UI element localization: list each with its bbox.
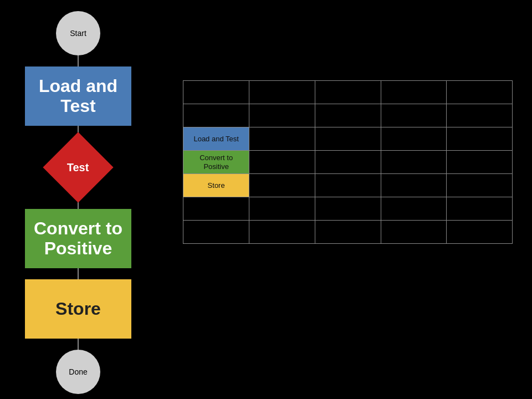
convert-label: Convert to Positive bbox=[25, 219, 131, 258]
load-and-test-node[interactable]: Load and Test bbox=[25, 66, 131, 126]
table-row bbox=[183, 197, 513, 221]
store-node[interactable]: Store bbox=[25, 279, 131, 339]
flowchart: Start Load and Test Test Convert to Posi… bbox=[25, 11, 131, 394]
process-table: Load and Test Convert to Positive Store bbox=[183, 80, 513, 244]
store-label: Store bbox=[55, 299, 101, 319]
header-col-4 bbox=[447, 81, 513, 104]
row6-label bbox=[183, 197, 249, 221]
main-table: Load and Test Convert to Positive Store bbox=[183, 80, 513, 244]
done-node: Done bbox=[56, 350, 100, 394]
load-and-test-label: Load and Test bbox=[25, 76, 131, 115]
store-row-label: Store bbox=[183, 174, 249, 197]
connector-1 bbox=[78, 55, 79, 66]
table-row bbox=[183, 104, 513, 127]
table-row bbox=[183, 221, 513, 244]
test-diamond[interactable]: Test bbox=[43, 132, 113, 202]
table-row-load: Load and Test bbox=[183, 127, 513, 151]
row7-label bbox=[183, 221, 249, 244]
header-col-3 bbox=[381, 81, 447, 104]
connector-5 bbox=[78, 339, 79, 350]
header-col-2 bbox=[315, 81, 381, 104]
table-header-row bbox=[183, 81, 513, 104]
test-label: Test bbox=[67, 161, 89, 173]
start-node: Start bbox=[56, 11, 100, 55]
convert-row-label: Convert to Positive bbox=[183, 151, 249, 174]
start-label: Start bbox=[70, 29, 86, 38]
header-col-1 bbox=[249, 81, 315, 104]
table-row-convert: Convert to Positive bbox=[183, 151, 513, 174]
load-row-label: Load and Test bbox=[183, 127, 249, 151]
convert-node[interactable]: Convert to Positive bbox=[25, 209, 131, 268]
row2-label bbox=[183, 104, 249, 127]
table-row-store: Store bbox=[183, 174, 513, 197]
done-label: Done bbox=[69, 367, 87, 376]
header-label-cell bbox=[183, 81, 249, 104]
connector-4 bbox=[78, 268, 79, 279]
